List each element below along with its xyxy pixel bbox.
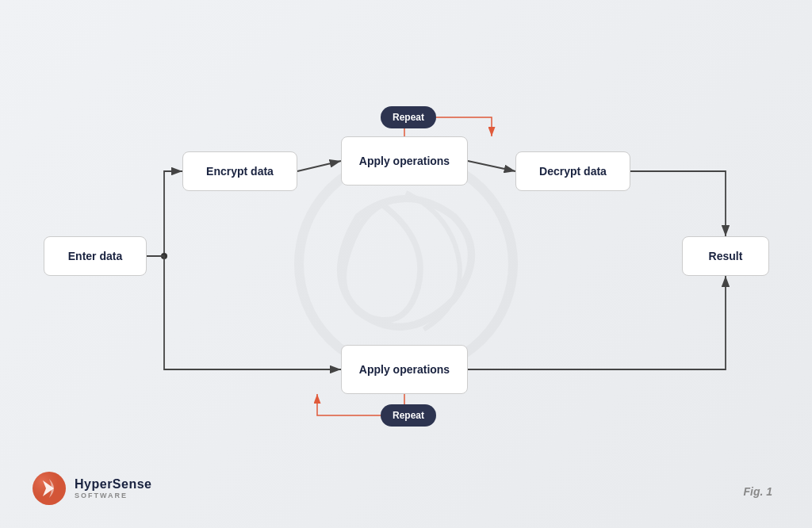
logo-title: HyperSense <box>75 477 152 492</box>
svg-point-0 <box>299 157 513 371</box>
result-box: Result <box>682 236 769 276</box>
repeat-bottom-pill: Repeat <box>381 404 436 427</box>
repeat-top-pill: Repeat <box>381 106 436 128</box>
apply-ops-top-box: Apply operations <box>341 136 468 186</box>
logo-area: HyperSense SOFTWARE <box>32 471 152 506</box>
svg-point-4 <box>161 253 167 259</box>
diagram-container: Enter data Encrypt data Apply operations… <box>0 0 812 528</box>
apply-ops-bottom-box: Apply operations <box>341 345 468 394</box>
encrypt-data-box: Encrypt data <box>182 151 297 191</box>
enter-data-box: Enter data <box>44 236 147 276</box>
fig-label: Fig. 1 <box>743 485 772 498</box>
hypersense-logo-icon <box>32 471 67 506</box>
logo-text: HyperSense SOFTWARE <box>75 477 152 499</box>
decrypt-data-box: Decrypt data <box>515 151 630 191</box>
logo-subtitle: SOFTWARE <box>75 492 152 499</box>
